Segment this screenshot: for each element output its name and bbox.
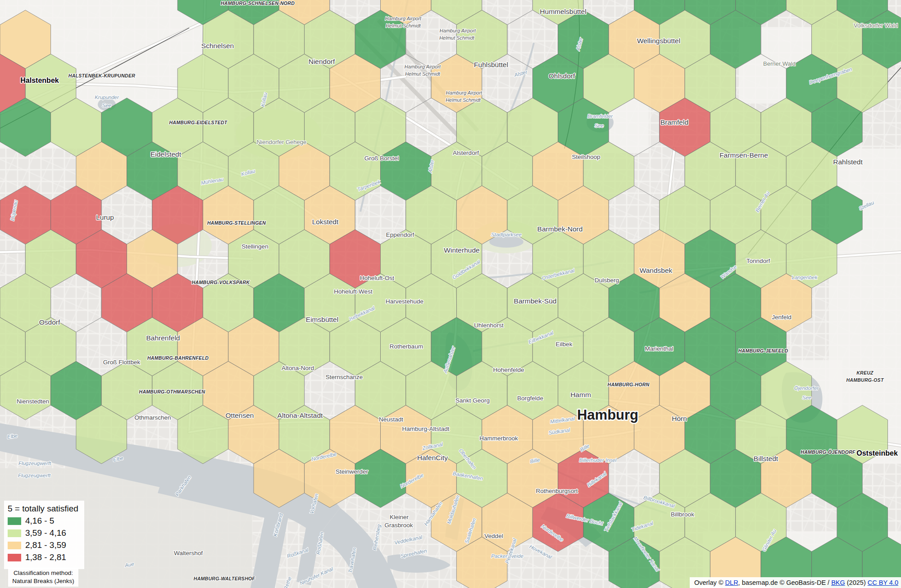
place-label: Hammerbrook: [479, 435, 518, 442]
highway-junction-label: HAMBURG-WALTERSHOF: [194, 576, 255, 581]
classification-method-line1: Classification method:: [14, 570, 73, 576]
place-label: Waltershof: [174, 550, 203, 556]
place-label: Grasbrook: [384, 522, 413, 529]
area-label: Berner Wald: [763, 60, 796, 67]
water-label: Stadtparksee: [491, 232, 522, 237]
place-label: Barmbek-Nord: [537, 225, 583, 233]
place-label: Tonndorf: [746, 258, 770, 264]
airport-label: Hamburg Airport: [446, 90, 482, 95]
place-label: Rahlstedt: [833, 158, 863, 166]
place-label: Ottensen: [226, 412, 254, 419]
legend-class-row: 3,59 - 4,16: [8, 529, 81, 537]
area-label: Volksdorfer Wald: [854, 22, 898, 29]
place-label: Horn: [672, 415, 687, 422]
place-label: Wellingsbüttel: [637, 37, 680, 45]
place-label: Hummelsbüttel: [540, 8, 586, 15]
lake: [489, 236, 523, 248]
legend-class-label: 1,38 - 2,81: [25, 552, 66, 562]
place-label: Neustadt: [379, 416, 403, 423]
place-label: Kleiner: [390, 514, 409, 520]
place-label: Sankt Georg: [455, 397, 490, 404]
airport-label: Helmut Schmidt: [386, 23, 421, 28]
place-label: Niendorf: [309, 58, 335, 65]
legend-class-label: 3,59 - 4,16: [25, 528, 66, 538]
water-label: Öjendorfer: [794, 385, 819, 391]
highway-junction-label: HAMBURG-BAHRENFELD: [147, 355, 209, 361]
place-label: Ohlsdorf: [549, 72, 575, 80]
legend-swatch-dark-green: [8, 517, 21, 525]
highway-junction-label: HAMBURG-VOLKSPARK: [192, 280, 250, 285]
cc-by-license-link[interactable]: CC BY 4.0: [868, 579, 898, 586]
place-label: Eidelstedt: [150, 150, 182, 158]
map-canvas[interactable]: HalstenbekHALSTENBEK-KRUPUNDERSchnelsenK…: [0, 0, 901, 588]
place-label: Rothenburgsort: [536, 488, 578, 494]
legend-class-row: 1,38 - 2,81: [8, 553, 81, 561]
highway-junction-label: HAMBURG-STELLINGEN: [207, 220, 266, 226]
highway-junction-label: HAMBURG-ÖJENDORF: [801, 449, 855, 455]
legend: 5 = totally satisfied 4,16 - 5 3,59 - 4,…: [4, 501, 84, 569]
airport-label: Hamburg Airport: [385, 16, 422, 21]
place-label: Osdorf: [39, 318, 60, 326]
water-label: Bramfelder: [587, 113, 613, 119]
water-label: Krupunder: [95, 95, 119, 100]
highway-junction-label: HAMBURG-EIDELSTEDT: [169, 120, 228, 125]
map-stage: HalstenbekHALSTENBEK-KRUPUNDERSchnelsenK…: [0, 0, 901, 588]
water-label: See: [102, 103, 111, 108]
highway-junction-label: HAMBURG-HORN: [608, 382, 650, 387]
legend-class-label: 2,81 - 3,59: [25, 540, 66, 550]
legend-swatch-red: [8, 554, 21, 561]
place-label: Billbrook: [671, 511, 694, 518]
place-label: Barmbek-Süd: [514, 297, 557, 305]
highway-junction-label: HALSTENBEK-KRUPUNDER: [68, 73, 135, 78]
attribution-bar: Overlay © DLR, basemap.de © GeoBasis-DE …: [690, 577, 901, 588]
water-label: See: [595, 123, 604, 128]
place-label: Steilshoop: [572, 154, 600, 160]
place-label: Alsterdorf: [453, 149, 479, 156]
legend-swatch-light-green: [8, 529, 21, 537]
place-label: Uhlenhorst: [474, 322, 504, 329]
place-label: HafenCity: [417, 454, 448, 461]
place-label: Borgfelde: [517, 395, 543, 402]
place-label: Harvestehude: [386, 298, 423, 305]
place-label: Bramfeld: [660, 118, 688, 126]
place-label: Hamburg: [577, 407, 638, 423]
classification-method-line2: Natural Breaks (Jenks): [12, 578, 74, 584]
place-label: Steinwerder: [336, 468, 369, 475]
attribution-text: , basemap.de © GeoBasis-DE /: [738, 579, 832, 586]
water-label: Billerhuder Insel: [579, 457, 617, 463]
legend-swatch-orange: [8, 542, 21, 549]
place-label: Bahrenfeld: [146, 334, 180, 342]
place-label: Lokstedt: [312, 218, 339, 226]
place-label: Eppendorf: [386, 231, 414, 238]
place-label: Rotherbaum: [390, 343, 423, 350]
attribution-text: Overlay ©: [694, 579, 725, 586]
place-label: Veddel: [484, 533, 503, 539]
legend-class-label: 4,16 - 5: [25, 516, 54, 526]
legend-classification-note: Classification method: Natural Breaks (J…: [8, 568, 78, 587]
area-label: Niendorfer Gehege: [257, 139, 307, 145]
airport-label: Helmut Schmidt: [439, 35, 475, 41]
airport-label: Hamburg Airport: [440, 28, 476, 33]
place-label: Altona-Nord: [282, 365, 314, 371]
water-label: Flugzeugwerft: [18, 473, 51, 478]
dlr-link[interactable]: DLR: [725, 579, 738, 586]
highway-junction-label: KREUZ: [856, 370, 874, 375]
place-label: Sternschanze: [326, 374, 363, 380]
place-label: Winterhude: [444, 246, 479, 254]
highway-junction-label: HAMBURG-JENFELD: [738, 348, 788, 353]
water-label: Flugzeugwerft: [18, 461, 51, 466]
place-label: Schnelsen: [201, 42, 234, 50]
highway-junction-label: HAMBURG-SCHNELSEN-NORD: [221, 0, 295, 6]
attribution-text: (2025): [845, 579, 868, 586]
place-label: Farmsen-Berne: [719, 151, 768, 159]
airport-label: Helmut Schmidt: [446, 97, 481, 103]
place-label: Wandsbek: [640, 267, 673, 274]
place-label: Eilbek: [556, 341, 573, 348]
place-label: Dulsberg: [595, 277, 619, 284]
place-label: Hohenfelde: [493, 366, 524, 373]
place-label: Billstedt: [754, 455, 778, 462]
water-label: Langenbek: [792, 275, 818, 280]
highway-junction-label: HAMBURG-OTHMARSCHEN: [139, 389, 205, 394]
bkg-link[interactable]: BKG: [831, 579, 845, 586]
place-label: Nienstedten: [17, 398, 49, 405]
